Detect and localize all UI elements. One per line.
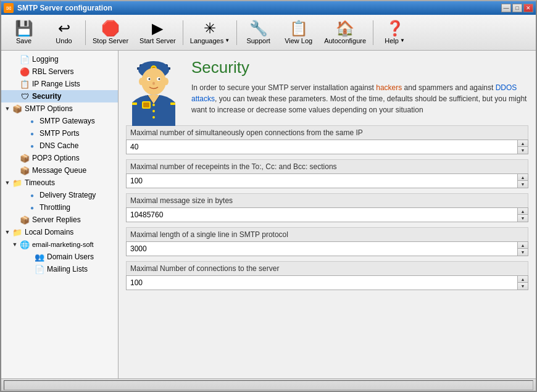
autoconfigure-button[interactable]: 🏠 Autoconfigure [318,17,372,49]
security-title: Security [191,58,528,77]
spin-down-max-recipients[interactable]: ▼ [518,181,528,188]
sidebar-label-domain-users: Domain Users [47,252,94,261]
support-label: Support [246,37,270,44]
status-panel [4,380,533,390]
field-input-max-message-size[interactable] [126,207,518,222]
stop-server-button[interactable]: 🛑 Stop Server [87,17,134,49]
toggle-mailing-lists [26,265,33,273]
field-row-max-recipients: ▲▼ [126,173,528,188]
toggle-throttling [19,204,26,211]
sidebar-label-ip: IP Range Lists [32,80,80,88]
field-input-max-recipients[interactable] [126,173,518,188]
content-area: Security In order to secure your SMTP se… [119,51,536,378]
sidebar-label-dns: DNS Cache [40,141,78,150]
autoconfigure-label: Autoconfigure [324,37,366,44]
spin-up-max-server-connections[interactable]: ▲ [518,276,528,283]
svg-rect-17 [143,102,149,107]
main-area: 📄 Logging 🔴 RBL Servers 📋 IP Range Lists… [1,51,536,378]
autoconfigure-icon: 🏠 [336,21,354,36]
sidebar-item-throttling[interactable]: ● Throttling [1,201,118,214]
save-button[interactable]: 💾 Save [4,17,44,49]
dns-icon: ● [27,141,37,151]
toolbar-sep-3 [236,20,237,45]
toggle-smtp: ▼ [4,105,11,112]
sidebar-item-email-marketing[interactable]: ▼ 🌐 email-marketing-soft [1,238,118,251]
sidebar: 📄 Logging 🔴 RBL Servers 📋 IP Range Lists… [1,51,119,378]
sidebar-label-throttling: Throttling [40,203,70,212]
spin-down-max-message-size[interactable]: ▼ [518,215,528,222]
sidebar-item-smtp-options[interactable]: ▼ 📦 SMTP Options [1,102,118,115]
spin-down-max-line-length[interactable]: ▼ [518,249,528,256]
sidebar-item-timeouts[interactable]: ▼ 📁 Timeouts [1,177,118,189]
field-input-max-connections[interactable] [126,140,518,154]
support-button[interactable]: 🔧 Support [238,17,278,49]
undo-icon: ↩ [58,21,70,36]
form-group-max-server-connections: Maximal Number of connections to the ser… [126,261,528,290]
sidebar-item-mailing-lists[interactable]: 📄 Mailing Lists [1,263,118,275]
sidebar-label-pop3: POP3 Options [32,154,80,162]
field-label-max-server-connections: Maximal Number of connections to the ser… [126,261,528,275]
sidebar-item-smtp-gateways[interactable]: ● SMTP Gateways [1,115,118,127]
svg-rect-19 [170,102,175,105]
spin-down-max-server-connections[interactable]: ▼ [518,283,528,290]
languages-button[interactable]: ✳ Languages▼ [185,17,235,49]
toggle-dns [19,142,26,149]
spin-up-max-connections[interactable]: ▲ [518,140,528,147]
field-row-max-message-size: ▲▼ [126,207,528,222]
sidebar-item-security[interactable]: 🛡 Security [1,90,118,102]
toggle-ports [19,130,26,137]
minimize-button[interactable]: — [501,4,511,12]
sidebar-item-ip-range-lists[interactable]: 📋 IP Range Lists [1,78,118,90]
security-text-block: Security In order to secure your SMTP se… [191,58,528,115]
sidebar-label-logging: Logging [32,55,59,64]
field-input-max-line-length[interactable] [126,241,518,256]
pop3-icon: 📦 [20,153,30,163]
field-input-max-server-connections[interactable] [126,275,518,290]
sidebar-item-delivery-strategy[interactable]: ● Delivery Strategy [1,189,118,201]
sidebar-item-message-queue[interactable]: 📦 Message Queue [1,164,118,177]
languages-icon: ✳ [204,21,216,36]
form-group-max-message-size: Maximal message size in bytes▲▼ [126,193,528,222]
ports-icon: ● [27,128,37,138]
start-server-button[interactable]: ▶ Start Server [134,17,181,49]
logging-icon: 📄 [20,54,30,64]
help-label: Help▼ [385,37,405,44]
sidebar-item-server-replies[interactable]: 📦 Server Replies [1,214,118,226]
field-row-max-line-length: ▲▼ [126,241,528,256]
maximize-button[interactable]: □ [512,4,522,12]
toggle-ip [11,80,19,88]
spin-down-max-connections[interactable]: ▼ [518,147,528,154]
svg-point-15 [152,116,155,119]
email-marketing-icon: 🌐 [20,240,30,249]
spin-up-max-recipients[interactable]: ▲ [518,174,528,181]
sidebar-item-domain-users[interactable]: 👥 Domain Users [1,251,118,263]
sidebar-item-logging[interactable]: 📄 Logging [1,53,118,65]
toggle-replies [11,216,19,223]
spin-buttons-max-recipients: ▲▼ [518,173,528,188]
view-log-button[interactable]: 📋 View Log [278,17,318,49]
sidebar-label-rbl: RBL Servers [32,67,74,76]
spin-up-max-line-length[interactable]: ▲ [518,242,528,249]
delivery-icon: ● [27,190,37,200]
title-bar: ✉ SMTP Server configuration — □ ✕ [1,1,536,15]
sidebar-item-pop3[interactable]: 📦 POP3 Options [1,152,118,164]
undo-button[interactable]: ↩ Undo [44,17,84,49]
sidebar-item-smtp-ports[interactable]: ● SMTP Ports [1,127,118,140]
spin-up-max-message-size[interactable]: ▲ [518,208,528,215]
sidebar-item-rbl-servers[interactable]: 🔴 RBL Servers [1,65,118,78]
officer-svg [126,58,181,126]
security-header: Security In order to secure your SMTP se… [126,58,528,115]
help-button[interactable]: ❓ Help▼ [375,17,415,49]
spin-buttons-max-server-connections: ▲▼ [518,275,528,290]
close-button[interactable]: ✕ [523,4,533,12]
security-icon: 🛡 [20,91,30,101]
toolbar: 💾 Save ↩ Undo 🛑 Stop Server ▶ Start Serv… [1,15,536,51]
view-log-label: View Log [285,37,312,44]
queue-icon: 📦 [20,165,30,175]
help-icon: ❓ [386,21,404,36]
toggle-rbl [11,68,19,75]
start-server-icon: ▶ [152,21,163,36]
sidebar-item-local-domains[interactable]: ▼ 📁 Local Domains [1,226,118,238]
form-group-max-recipients: Maximal number of recepeints in the To:,… [126,159,528,188]
sidebar-item-dns-cache[interactable]: ● DNS Cache [1,140,118,152]
